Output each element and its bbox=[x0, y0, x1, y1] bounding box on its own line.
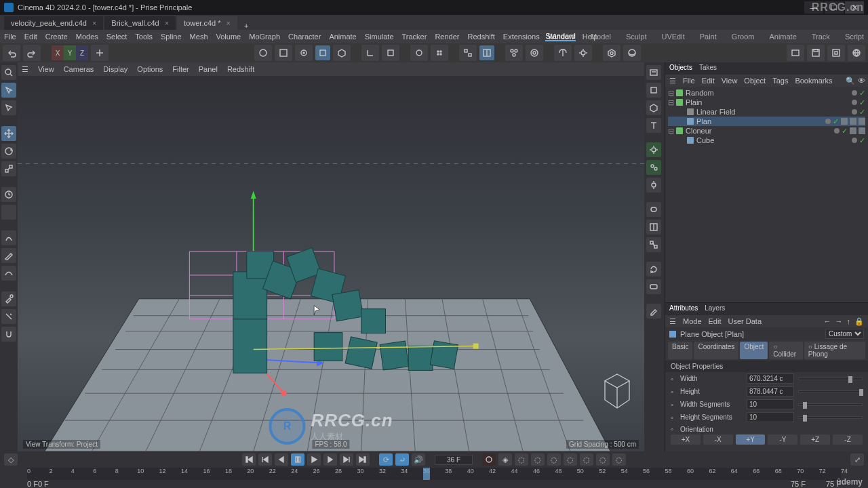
menu-select[interactable]: Select bbox=[106, 33, 127, 41]
hamburger-icon[interactable]: ☰ bbox=[669, 317, 676, 326]
axis-z-toggle[interactable]: Z bbox=[76, 45, 88, 60]
bend-button[interactable] bbox=[382, 45, 399, 61]
menu-redshift[interactable]: Redshift bbox=[467, 33, 494, 41]
hamburger-icon[interactable]: ☰ bbox=[22, 65, 28, 74]
open-pv-button[interactable] bbox=[787, 45, 804, 61]
objects-menu-tags[interactable]: Tags bbox=[772, 77, 788, 85]
nav-cube-icon[interactable] bbox=[602, 373, 632, 411]
mode-tab-groom[interactable]: Groom bbox=[732, 33, 755, 41]
attr-section--lissage-de-phong[interactable]: ○ Lissage de Phong bbox=[804, 342, 865, 359]
orient-minus-y[interactable]: -Y bbox=[768, 434, 797, 445]
viewport-menu-display[interactable]: Display bbox=[103, 65, 127, 73]
wseg-slider[interactable] bbox=[798, 403, 863, 406]
layer-dot[interactable] bbox=[834, 128, 840, 134]
attr-section-basic[interactable]: Basic bbox=[668, 342, 692, 359]
wseg-input[interactable]: 10 bbox=[747, 399, 794, 409]
attr-menu-edit[interactable]: Edit bbox=[709, 317, 722, 325]
keyopt3-button[interactable]: ◌ bbox=[547, 453, 561, 466]
tag-icon[interactable] bbox=[850, 118, 856, 125]
autokey-button[interactable]: ◈ bbox=[498, 453, 512, 466]
attribute-layout-select[interactable]: Custom bbox=[825, 329, 864, 339]
menu-modes[interactable]: Modes bbox=[76, 33, 98, 41]
keyopt7-button[interactable]: ◌ bbox=[612, 453, 626, 466]
model-icon[interactable] bbox=[646, 100, 661, 115]
camera-list-icon[interactable] bbox=[646, 65, 661, 80]
tree-row[interactable]: ⊟Cloneur✓ bbox=[668, 126, 865, 136]
menu-simulate[interactable]: Simulate bbox=[365, 33, 394, 41]
snap-toggle-button[interactable] bbox=[479, 45, 494, 60]
viewport-menu-filter[interactable]: Filter bbox=[172, 65, 189, 73]
mode-tab-model[interactable]: Model bbox=[591, 33, 611, 41]
viewport[interactable]: ☰ ViewCamerasDisplayOptionsFilterPanelRe… bbox=[18, 62, 644, 451]
field-button[interactable] bbox=[526, 45, 543, 61]
subdiv-button[interactable] bbox=[410, 45, 428, 61]
snap-button[interactable] bbox=[459, 45, 477, 61]
viewport-canvas[interactable]: R RRCG.cn 人人素材 View Transform: Project F… bbox=[18, 76, 644, 451]
mode-tab-sculpt[interactable]: Sculpt bbox=[626, 33, 647, 41]
menu-mograph[interactable]: MoGraph bbox=[249, 33, 280, 41]
object-name[interactable]: Random bbox=[686, 89, 714, 97]
coord-system-button[interactable] bbox=[91, 45, 108, 61]
menu-mesh[interactable]: Mesh bbox=[190, 33, 208, 41]
attr-tab-attributes[interactable]: Attributes bbox=[669, 304, 698, 314]
layer-dot[interactable] bbox=[852, 100, 857, 105]
sound-button[interactable]: 🔊 bbox=[412, 453, 425, 466]
step-back-button[interactable] bbox=[275, 453, 288, 466]
viewport-menu-options[interactable]: Options bbox=[137, 65, 163, 73]
width-input[interactable]: 670.3214 c bbox=[747, 373, 794, 384]
objects-menu-edit[interactable]: Edit bbox=[702, 77, 715, 85]
viewport-menu-redshift[interactable]: Redshift bbox=[227, 65, 254, 73]
orient-plusminus-x[interactable]: +X bbox=[671, 434, 701, 445]
axis-y-toggle[interactable]: Y bbox=[64, 45, 76, 60]
attr-menu-user-data[interactable]: User Data bbox=[728, 317, 762, 325]
smooth-tool[interactable] bbox=[1, 266, 16, 281]
viewport-menu-view[interactable]: View bbox=[38, 65, 54, 73]
visibility-check-icon[interactable]: ✓ bbox=[859, 89, 865, 98]
mode-tab-track[interactable]: Track bbox=[812, 33, 830, 41]
viewport-menu-cameras[interactable]: Cameras bbox=[64, 65, 94, 73]
graph-icon[interactable] bbox=[646, 237, 661, 252]
tree-row[interactable]: ⊟Plain✓ bbox=[668, 98, 865, 107]
mode-tab-standard[interactable]: Standard bbox=[545, 32, 576, 41]
timeline-playhead[interactable] bbox=[423, 468, 430, 480]
light-icon[interactable] bbox=[646, 142, 661, 157]
tag-icon[interactable] bbox=[859, 127, 865, 134]
axis-tool-button[interactable] bbox=[361, 45, 379, 61]
menu-create[interactable]: Create bbox=[45, 33, 68, 41]
pause-button[interactable] bbox=[291, 453, 304, 466]
menu-tracker[interactable]: Tracker bbox=[402, 33, 427, 41]
render-view-button[interactable] bbox=[254, 45, 272, 61]
objects-menu-bookmarks[interactable]: Bookmarks bbox=[795, 77, 832, 85]
axis-x-toggle[interactable]: X bbox=[52, 45, 64, 60]
layout-icon[interactable] bbox=[646, 220, 661, 235]
hseg-slider[interactable] bbox=[798, 416, 863, 419]
add-tab-button[interactable]: + bbox=[239, 22, 254, 30]
close-icon[interactable]: × bbox=[92, 19, 96, 27]
expand-icon[interactable]: ⊟ bbox=[668, 89, 673, 98]
keyopt1-button[interactable]: ◌ bbox=[515, 453, 528, 466]
viewport-menu-panel[interactable]: Panel bbox=[199, 65, 218, 73]
objects-menu-object[interactable]: Object bbox=[744, 77, 766, 85]
tree-row[interactable]: ⊟Random✓ bbox=[668, 88, 865, 98]
file-tab[interactable]: velocity_peak_end.c4d× bbox=[4, 16, 103, 30]
height-slider[interactable] bbox=[798, 390, 863, 393]
loop-button[interactable]: ⟳ bbox=[379, 453, 393, 466]
menu-edit[interactable]: Edit bbox=[24, 33, 37, 41]
visibility-check-icon[interactable]: ✓ bbox=[842, 127, 848, 136]
keyopt6-button[interactable]: ◌ bbox=[596, 453, 610, 466]
cursor-tool[interactable] bbox=[1, 100, 16, 115]
sphere-button[interactable] bbox=[623, 45, 641, 61]
play-button[interactable] bbox=[307, 453, 321, 466]
object-name[interactable]: Linear Field bbox=[696, 108, 735, 116]
tree-row[interactable]: Plan✓ bbox=[668, 117, 865, 126]
scale-tool[interactable] bbox=[1, 161, 16, 176]
gear-button[interactable] bbox=[574, 45, 592, 61]
close-icon[interactable]: × bbox=[226, 19, 231, 27]
timeline-track[interactable]: 0246810121416182022242628303234363840424… bbox=[27, 468, 841, 480]
text-icon[interactable] bbox=[646, 118, 661, 133]
nav-up-icon[interactable]: ↑ bbox=[847, 317, 851, 326]
layer-dot[interactable] bbox=[852, 138, 857, 143]
save-layout-button[interactable] bbox=[807, 45, 825, 61]
close-icon[interactable]: × bbox=[165, 19, 169, 27]
panel-tab-takes[interactable]: Takes bbox=[699, 64, 717, 73]
